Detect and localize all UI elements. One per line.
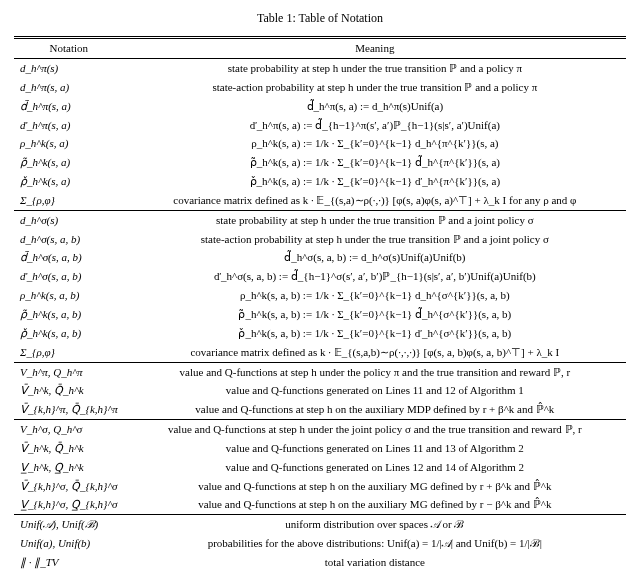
- notation-cell: V̄_{k,h}^σ, Q̄_{k,h}^σ: [14, 477, 124, 496]
- meaning-cell: d̃_h^σ(s, a, b) := d_h^σ(s)Unif(a)Unif(b…: [124, 248, 626, 267]
- table-row: V̄_{k,h}^π, Q̄_{k,h}^πvalue and Q-functi…: [14, 400, 626, 419]
- meaning-cell: ρ_h^k(s, a, b) := 1/k · Σ_{k′=0}^{k−1} d…: [124, 286, 626, 305]
- meaning-cell: state-action probability at step h under…: [124, 78, 626, 97]
- table-row: ρ̃_h^k(s, a, b)ρ̃_h^k(s, a, b) := 1/k · …: [14, 305, 626, 324]
- notation-cell: V̄_h^k, Q̄_h^k: [14, 439, 124, 458]
- notation-cell: ď_h^π(s, a): [14, 116, 124, 135]
- notation-cell: d_h^σ(s, a, b): [14, 230, 124, 249]
- notation-cell: Σ_{ρ,φ}: [14, 343, 124, 362]
- table-row: d̃_h^π(s, a)d̃_h^π(s, a) := d_h^π(s)Unif…: [14, 97, 626, 116]
- meaning-cell: ρ_h^k(s, a) := 1/k · Σ_{k′=0}^{k−1} d_h^…: [124, 134, 626, 153]
- table-row: V_h^π, Q_h^πvalue and Q-functions at ste…: [14, 362, 626, 381]
- table-row: V̄_h^k, Q̄_h^kvalue and Q-functions gene…: [14, 439, 626, 458]
- table-row: ∥ · ∥_TVtotal variation distance: [14, 553, 626, 569]
- notation-cell: V_h^π, Q_h^π: [14, 362, 124, 381]
- notation-cell: ρ̃_h^k(s, a): [14, 153, 124, 172]
- meaning-cell: value and Q-functions generated on Lines…: [124, 381, 626, 400]
- header-notation: Notation: [14, 38, 124, 59]
- table-row: d_h^π(s, a)state-action probability at s…: [14, 78, 626, 97]
- table-row: d_h^σ(s)state probability at step h unde…: [14, 210, 626, 229]
- meaning-cell: value and Q-functions at step h on the a…: [124, 400, 626, 419]
- table-row: d_h^σ(s, a, b)state-action probability a…: [14, 230, 626, 249]
- meaning-cell: ď_h^π(s, a) := d̃_{h−1}^π(s′, a′)ℙ_{h−1}…: [124, 116, 626, 135]
- table-row: Unif(a), Unif(b)probabilities for the ab…: [14, 534, 626, 553]
- table-row: V̄_h^k, Q̄_h^kvalue and Q-functions gene…: [14, 381, 626, 400]
- notation-cell: ρ̃_h^k(s, a, b): [14, 305, 124, 324]
- notation-cell: V_h^σ, Q_h^σ: [14, 420, 124, 439]
- meaning-cell: d̃_h^π(s, a) := d_h^π(s)Unif(a): [124, 97, 626, 116]
- meaning-cell: value and Q-functions at step h on the a…: [124, 495, 626, 514]
- meaning-cell: state probability at step h under the tr…: [124, 59, 626, 78]
- notation-cell: d_h^σ(s): [14, 210, 124, 229]
- table-row: ď_h^σ(s, a, b)ď_h^σ(s, a, b) := d̃_{h−1}…: [14, 267, 626, 286]
- meaning-cell: ρ̃_h^k(s, a, b) := 1/k · Σ_{k′=0}^{k−1} …: [124, 305, 626, 324]
- notation-cell: ρ̌_h^k(s, a): [14, 172, 124, 191]
- table-row: Unif(𝒜), Unif(ℬ)uniform distribution ove…: [14, 515, 626, 534]
- meaning-cell: value and Q-functions at step h under th…: [124, 420, 626, 439]
- notation-cell: d_h^π(s): [14, 59, 124, 78]
- notation-cell: Unif(a), Unif(b): [14, 534, 124, 553]
- meaning-cell: uniform distribution over spaces 𝒜 or ℬ: [124, 515, 626, 534]
- notation-cell: V̄_{k,h}^π, Q̄_{k,h}^π: [14, 400, 124, 419]
- table-row: ρ̌_h^k(s, a, b)ρ̌_h^k(s, a, b) := 1/k · …: [14, 324, 626, 343]
- notation-cell: Unif(𝒜), Unif(ℬ): [14, 515, 124, 534]
- meaning-cell: value and Q-functions generated on Lines…: [124, 458, 626, 477]
- table-row: V̲_{k,h}^σ, Q̲_{k,h}^σvalue and Q-functi…: [14, 495, 626, 514]
- table-row: V̲_h^k, Q̲_h^kvalue and Q-functions gene…: [14, 458, 626, 477]
- notation-cell: Σ_{ρ,φ}: [14, 191, 124, 210]
- meaning-cell: value and Q-functions at step h on the a…: [124, 477, 626, 496]
- table-row: Σ_{ρ,φ}covariance matrix defined as k · …: [14, 343, 626, 362]
- table-row: V̄_{k,h}^σ, Q̄_{k,h}^σvalue and Q-functi…: [14, 477, 626, 496]
- notation-cell: V̄_h^k, Q̄_h^k: [14, 381, 124, 400]
- table-row: d_h^π(s)state probability at step h unde…: [14, 59, 626, 78]
- table-row: ρ_h^k(s, a, b)ρ_h^k(s, a, b) := 1/k · Σ_…: [14, 286, 626, 305]
- notation-cell: d̃_h^σ(s, a, b): [14, 248, 124, 267]
- notation-cell: d_h^π(s, a): [14, 78, 124, 97]
- meaning-cell: value and Q-functions generated on Lines…: [124, 439, 626, 458]
- table-row: ρ_h^k(s, a)ρ_h^k(s, a) := 1/k · Σ_{k′=0}…: [14, 134, 626, 153]
- notation-cell: ρ_h^k(s, a): [14, 134, 124, 153]
- meaning-cell: covariance matrix defined as k · 𝔼_{(s,a…: [124, 343, 626, 362]
- notation-cell: d̃_h^π(s, a): [14, 97, 124, 116]
- meaning-cell: value and Q-functions at step h under th…: [124, 362, 626, 381]
- meaning-cell: covariance matrix defined as k · 𝔼_{(s,a…: [124, 191, 626, 210]
- meaning-cell: ρ̌_h^k(s, a) := 1/k · Σ_{k′=0}^{k−1} ď_h…: [124, 172, 626, 191]
- table-row: V_h^σ, Q_h^σvalue and Q-functions at ste…: [14, 420, 626, 439]
- table-caption: Table 1: Table of Notation: [14, 10, 626, 26]
- notation-cell: ď_h^σ(s, a, b): [14, 267, 124, 286]
- meaning-cell: state probability at step h under the tr…: [124, 210, 626, 229]
- meaning-cell: total variation distance: [124, 553, 626, 569]
- meaning-cell: ρ̃_h^k(s, a) := 1/k · Σ_{k′=0}^{k−1} d̃_…: [124, 153, 626, 172]
- table-row: Σ_{ρ,φ}covariance matrix defined as k · …: [14, 191, 626, 210]
- notation-table: Notation Meaning d_h^π(s)state probabili…: [14, 36, 626, 569]
- notation-cell: ρ̌_h^k(s, a, b): [14, 324, 124, 343]
- table-row: ρ̌_h^k(s, a)ρ̌_h^k(s, a) := 1/k · Σ_{k′=…: [14, 172, 626, 191]
- notation-cell: ρ_h^k(s, a, b): [14, 286, 124, 305]
- notation-cell: V̲_{k,h}^σ, Q̲_{k,h}^σ: [14, 495, 124, 514]
- meaning-cell: ρ̌_h^k(s, a, b) := 1/k · Σ_{k′=0}^{k−1} …: [124, 324, 626, 343]
- meaning-cell: state-action probability at step h under…: [124, 230, 626, 249]
- meaning-cell: probabilities for the above distribution…: [124, 534, 626, 553]
- table-row: d̃_h^σ(s, a, b)d̃_h^σ(s, a, b) := d_h^σ(…: [14, 248, 626, 267]
- notation-cell: V̲_h^k, Q̲_h^k: [14, 458, 124, 477]
- header-meaning: Meaning: [124, 38, 626, 59]
- notation-cell: ∥ · ∥_TV: [14, 553, 124, 569]
- table-row: ď_h^π(s, a)ď_h^π(s, a) := d̃_{h−1}^π(s′,…: [14, 116, 626, 135]
- table-row: ρ̃_h^k(s, a)ρ̃_h^k(s, a) := 1/k · Σ_{k′=…: [14, 153, 626, 172]
- meaning-cell: ď_h^σ(s, a, b) := d̃_{h−1}^σ(s′, a′, b′)…: [124, 267, 626, 286]
